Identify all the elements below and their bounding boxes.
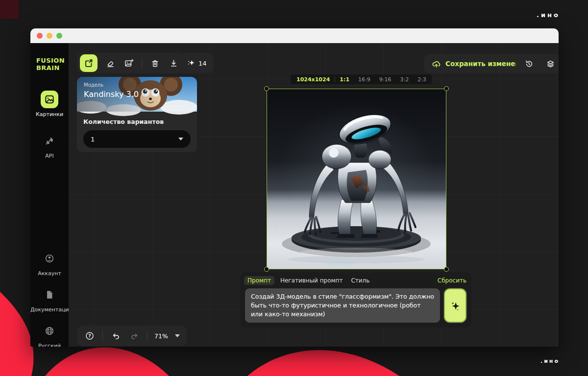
variants-label: Количество вариантов: [83, 118, 191, 125]
selection-handle-top-right[interactable]: [444, 86, 449, 91]
globe-icon: [41, 322, 58, 340]
corner-red-square: [0, 0, 19, 19]
eraser-tool-button[interactable]: [104, 57, 116, 69]
tab-negative-prompt[interactable]: Негативный промпт: [280, 277, 343, 284]
sidebar-item-account[interactable]: Аккаунт: [30, 250, 69, 277]
export-tool-button[interactable]: [80, 54, 98, 72]
account-icon: [41, 250, 58, 267]
zoom-level[interactable]: 71%: [154, 332, 168, 340]
brand-ino-top: .ино: [537, 11, 560, 19]
ratio-1-1[interactable]: 1:1: [335, 76, 354, 83]
brand-ino-bottom: .ино: [540, 358, 560, 364]
layers-icon: [546, 59, 555, 69]
eraser-icon: [106, 59, 115, 68]
view-toolbar: ? 71%: [77, 326, 187, 346]
sidebar-item-label: API: [30, 153, 69, 159]
close-window-button[interactable]: [37, 33, 43, 39]
credits-button[interactable]: 14: [180, 53, 214, 73]
ratio-9-16[interactable]: 9:16: [375, 76, 396, 83]
add-image-tool-button[interactable]: [123, 57, 135, 69]
download-icon: [169, 59, 178, 68]
generate-sparkle-icon: [449, 299, 462, 312]
layers-button[interactable]: [544, 58, 556, 70]
image-plus-icon: [124, 58, 134, 68]
model-label: Модель: [84, 82, 103, 88]
canvas-workspace[interactable]: 14: [69, 43, 559, 347]
tools-toolbar: [77, 53, 184, 73]
minimize-window-button[interactable]: [47, 33, 52, 39]
redo-icon: [130, 331, 139, 341]
sidebar-item-images[interactable]: Картинки: [30, 91, 69, 118]
tab-style[interactable]: Стиль: [351, 277, 369, 284]
model-card: Модель Kandinsky 3.0 Количество варианто…: [77, 77, 197, 152]
maximize-window-button[interactable]: [56, 33, 62, 39]
toolbar-divider: [102, 330, 103, 341]
variants-select[interactable]: 1: [83, 130, 191, 148]
undo-icon: [111, 331, 121, 341]
selection-handle-bottom-right[interactable]: [444, 267, 449, 272]
tab-prompt[interactable]: Промпт: [244, 276, 274, 285]
export-icon: [84, 58, 94, 68]
sidebar: FUSION BRAIN Картинки: [30, 43, 69, 347]
cloud-upload-icon: [432, 59, 441, 69]
resolution-value[interactable]: 1024x1024: [292, 76, 335, 83]
generated-image-selection[interactable]: [267, 89, 446, 269]
download-tool-button[interactable]: [168, 57, 179, 69]
header-secondary-toolbar: [516, 54, 559, 73]
undo-button[interactable]: [110, 330, 122, 342]
svg-text:?: ?: [88, 333, 91, 338]
generated-robot-image: [267, 89, 446, 269]
sidebar-item-docs[interactable]: Документация: [30, 286, 69, 313]
generate-button[interactable]: [444, 288, 466, 323]
reset-button[interactable]: Сбросить: [438, 277, 466, 284]
app-window: FUSION BRAIN Картинки: [30, 28, 559, 347]
toolbar-divider: [142, 58, 142, 69]
size-bar: 1024x1024 1:1 16:9 9:16 3:2 2:3: [291, 74, 432, 84]
help-icon: ?: [85, 331, 95, 341]
selection-handle-bottom-left[interactable]: [264, 267, 269, 272]
fusion-brain-logo[interactable]: FUSION BRAIN: [36, 57, 65, 71]
ratio-16-9[interactable]: 16:9: [354, 76, 375, 83]
ratio-3-2[interactable]: 3:2: [395, 76, 413, 83]
toolbar-divider: [147, 330, 147, 341]
document-icon: [41, 286, 58, 304]
prompt-panel: Промпт Негативный промпт Стиль Сбросить …: [240, 272, 471, 328]
model-name: Kandinsky 3.0: [84, 90, 139, 99]
ratio-2-3[interactable]: 2:3: [413, 76, 431, 83]
plug-icon: [41, 132, 58, 150]
sidebar-item-label: Русский: [30, 343, 69, 347]
trash-icon: [150, 59, 160, 68]
sidebar-item-api[interactable]: API: [30, 132, 69, 159]
history-icon: [524, 59, 534, 69]
selection-handle-top-left[interactable]: [264, 86, 269, 91]
chevron-down-icon[interactable]: [175, 334, 180, 337]
chevron-down-icon: [178, 138, 183, 141]
prompt-input[interactable]: Создай 3Д-модель в стиле "глассформизм".…: [245, 288, 440, 323]
credits-count: 14: [198, 60, 207, 67]
sidebar-item-language[interactable]: Русский: [30, 322, 69, 347]
sidebar-item-label: Картинки: [30, 111, 69, 118]
window-titlebar: [30, 28, 559, 43]
image-icon: [41, 91, 58, 108]
help-button[interactable]: ?: [84, 330, 96, 342]
trash-tool-button[interactable]: [149, 57, 161, 69]
redo-button[interactable]: [128, 330, 140, 342]
sidebar-item-label: Аккаунт: [30, 270, 69, 277]
model-preview[interactable]: Модель Kandinsky 3.0: [77, 77, 197, 112]
history-button[interactable]: [523, 58, 535, 70]
sidebar-item-label: Документация: [30, 306, 69, 313]
sparkles-icon: [187, 59, 196, 68]
variants-value: 1: [91, 136, 95, 143]
